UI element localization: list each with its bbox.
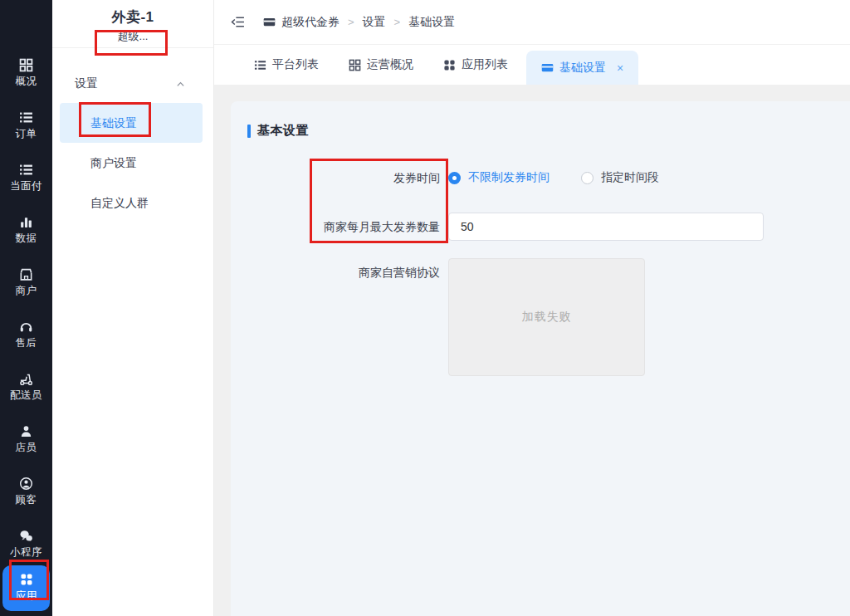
section-title-text: 基本设置 bbox=[257, 123, 309, 139]
tab-bar: 平台列表 运营概况 应用列表 基础设置 × bbox=[214, 45, 850, 85]
tab-label: 运营概况 bbox=[367, 57, 413, 72]
sidebar-item-label: 店员 bbox=[16, 441, 37, 455]
apps-grid-icon bbox=[20, 573, 33, 586]
sidebar-item-customer[interactable]: 顾客 bbox=[16, 477, 37, 507]
sidebar-item-courier[interactable]: 配送员 bbox=[10, 372, 42, 403]
sidebar-item-label: 概况 bbox=[16, 75, 37, 89]
main-area: 超级代金券 > 设置 > 基础设置 平台列表 运营概况 应用列表 bbox=[214, 0, 850, 616]
tab-label: 平台列表 bbox=[272, 57, 319, 72]
tab-close-icon[interactable]: × bbox=[617, 62, 623, 74]
radio-label: 指定时间段 bbox=[601, 170, 659, 185]
aftersale-headset-icon bbox=[19, 320, 33, 334]
sidebar-item-label: 售后 bbox=[16, 336, 37, 350]
sidebar-item-label: 应用 bbox=[16, 589, 37, 604]
sidebar-item-aftersale[interactable]: 售后 bbox=[16, 320, 37, 350]
orders-list-icon bbox=[19, 110, 33, 125]
content-area: 基本设置 发券时间 不限制发券时间 指定时间段 bbox=[214, 85, 850, 616]
menu-item-merchant-settings[interactable]: 商户设置 bbox=[52, 143, 213, 183]
workspace-subtitle[interactable]: 超级... bbox=[52, 29, 213, 44]
sidebar-item-label: 订单 bbox=[16, 127, 37, 141]
radio-unchecked-icon[interactable] bbox=[581, 172, 594, 184]
workspace-sidebar: 外卖-1 超级... 设置 基础设置 商户设置 自定义人群 bbox=[52, 0, 214, 616]
sidebar-item-facepay[interactable]: 当面付 bbox=[10, 163, 42, 193]
title-accent-bar bbox=[247, 125, 251, 138]
tab-basic-settings-active[interactable]: 基础设置 × bbox=[526, 51, 638, 85]
sidebar-item-apps-active[interactable]: 应用 bbox=[2, 565, 50, 611]
radio-specified-period[interactable]: 指定时间段 bbox=[581, 170, 659, 185]
breadcrumb-separator: > bbox=[394, 16, 401, 28]
topbar: 超级代金券 > 设置 > 基础设置 bbox=[214, 0, 850, 45]
breadcrumb-separator: > bbox=[348, 16, 354, 28]
sidebar-item-staff[interactable]: 店员 bbox=[16, 424, 37, 455]
tab-label: 应用列表 bbox=[462, 57, 508, 72]
menu-item-custom-audience[interactable]: 自定义人群 bbox=[52, 183, 213, 222]
sidebar-item-label: 配送员 bbox=[10, 389, 42, 403]
miniprogram-wechat-icon bbox=[19, 529, 33, 543]
field-label: 商家自营销协议 bbox=[231, 266, 440, 376]
platform-list-icon bbox=[254, 59, 266, 71]
issue-time-radio-group: 不限制发券时间 指定时间段 bbox=[448, 170, 659, 185]
field-label: 发券时间 bbox=[231, 169, 440, 186]
operation-grid-icon bbox=[349, 59, 361, 71]
menu-item-basic-settings[interactable]: 基础设置 bbox=[60, 103, 203, 143]
settings-card: 基本设置 发券时间 不限制发券时间 指定时间段 bbox=[231, 101, 850, 616]
breadcrumb-basic-settings[interactable]: 基础设置 bbox=[408, 15, 455, 30]
coupon-icon bbox=[263, 16, 276, 28]
workspace-title: 外卖-1 bbox=[52, 7, 213, 27]
sidebar-item-overview[interactable]: 概况 bbox=[16, 58, 37, 89]
sidebar-item-merchant[interactable]: 商户 bbox=[16, 267, 37, 298]
radio-unlimited-time[interactable]: 不限制发券时间 bbox=[448, 170, 550, 185]
coupon-icon bbox=[541, 61, 554, 74]
merchant-store-icon bbox=[19, 267, 33, 281]
menu-group-settings[interactable]: 设置 bbox=[75, 76, 185, 91]
sidebar-item-label: 当面付 bbox=[10, 179, 42, 193]
sidebar-item-miniprogram[interactable]: 小程序 bbox=[10, 529, 42, 560]
app-window: 概况 订单 当面付 数据 商户 售后 配送员 店员 bbox=[0, 0, 850, 616]
max-coupons-input[interactable] bbox=[448, 213, 764, 241]
data-chart-icon bbox=[19, 215, 33, 229]
tab-operation-overview[interactable]: 运营概况 bbox=[334, 45, 428, 85]
tab-app-list[interactable]: 应用列表 bbox=[428, 45, 523, 85]
app-sidebar: 概况 订单 当面付 数据 商户 售后 配送员 店员 bbox=[0, 0, 52, 616]
field-max-coupons: 商家每月最大发券数量 bbox=[231, 213, 764, 241]
sidebar-item-label: 顾客 bbox=[16, 493, 37, 507]
field-label: 商家每月最大发券数量 bbox=[231, 213, 440, 241]
agreement-panel: 加载失败 bbox=[448, 258, 645, 376]
courier-scooter-icon bbox=[19, 372, 33, 386]
sidebar-item-data[interactable]: 数据 bbox=[16, 215, 37, 246]
staff-person-icon bbox=[19, 424, 33, 438]
load-failed-text: 加载失败 bbox=[522, 310, 572, 325]
sidebar-item-label: 数据 bbox=[16, 232, 37, 246]
sidebar-item-label: 商户 bbox=[16, 284, 37, 298]
tab-platform-list[interactable]: 平台列表 bbox=[239, 45, 334, 85]
facepay-list-icon bbox=[19, 163, 33, 177]
app-list-icon bbox=[443, 59, 456, 71]
sidebar-item-orders[interactable]: 订单 bbox=[16, 110, 37, 141]
field-issue-time: 发券时间 不限制发券时间 指定时间段 bbox=[231, 169, 659, 186]
sidebar-item-label: 小程序 bbox=[10, 545, 42, 560]
workspace-menu: 基础设置 商户设置 自定义人群 bbox=[52, 103, 213, 222]
menu-fold-icon[interactable] bbox=[231, 15, 245, 29]
breadcrumb-settings[interactable]: 设置 bbox=[363, 15, 386, 30]
section-title: 基本设置 bbox=[247, 123, 309, 139]
radio-checked-icon[interactable] bbox=[448, 172, 461, 184]
breadcrumb: 超级代金券 > 设置 > 基础设置 bbox=[263, 15, 455, 30]
field-agreement: 商家自营销协议 加载失败 bbox=[231, 258, 645, 376]
breadcrumb-root[interactable]: 超级代金券 bbox=[281, 15, 340, 30]
chevron-up-icon bbox=[176, 80, 185, 89]
menu-group-label: 设置 bbox=[75, 76, 98, 91]
radio-label: 不限制发券时间 bbox=[468, 170, 550, 185]
tab-label: 基础设置 bbox=[559, 61, 606, 76]
workspace-header: 外卖-1 超级... bbox=[52, 0, 213, 48]
overview-grid-icon bbox=[19, 58, 33, 72]
customer-person-icon bbox=[19, 477, 33, 491]
